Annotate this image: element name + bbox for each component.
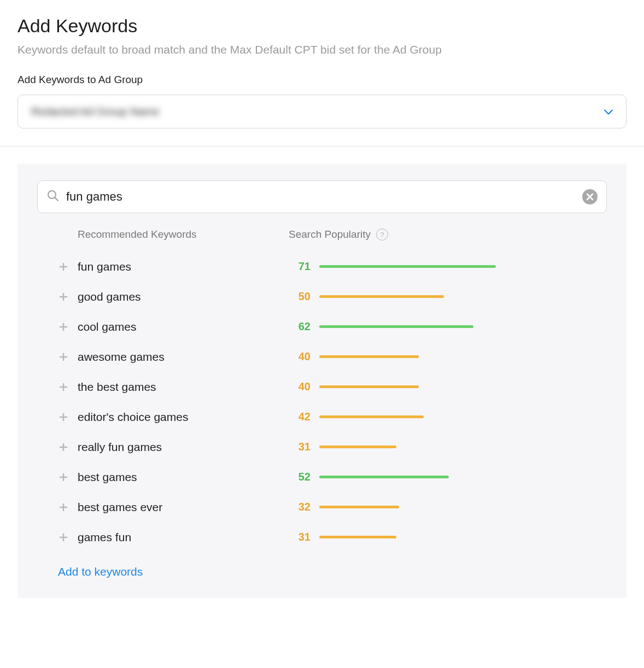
keyword-row: good games50 <box>37 282 607 312</box>
keyword-row: the best games40 <box>37 372 607 402</box>
popularity-bar <box>319 536 396 538</box>
plus-icon[interactable] <box>58 442 69 453</box>
column-headers: Recommended Keywords Search Popularity ? <box>37 228 607 251</box>
help-icon[interactable]: ? <box>376 228 388 241</box>
popularity-value: 62 <box>289 320 311 333</box>
divider <box>0 146 644 147</box>
search-input[interactable] <box>66 190 582 204</box>
keyword-label: games fun <box>78 531 131 544</box>
keyword-row: really fun games31 <box>37 432 607 462</box>
plus-icon[interactable] <box>58 532 69 543</box>
popularity-bar <box>319 385 419 388</box>
keyword-label: editor's choice games <box>78 411 188 424</box>
section-label: Add Keywords to Ad Group <box>17 74 627 86</box>
keyword-label: really fun games <box>78 441 162 454</box>
recommendations-panel: Recommended Keywords Search Popularity ?… <box>17 164 627 598</box>
popularity-bar <box>319 355 419 358</box>
popularity-value: 32 <box>289 501 311 513</box>
plus-icon[interactable] <box>58 502 69 513</box>
popularity-bar <box>319 295 444 298</box>
keyword-row: best games ever32 <box>37 492 607 522</box>
popularity-value: 71 <box>289 260 311 273</box>
dropdown-selected-value: Redacted Ad Group Name <box>31 106 160 118</box>
popularity-column-header: Search Popularity <box>289 228 371 241</box>
clear-search-button[interactable] <box>582 189 598 204</box>
page-subtitle: Keywords default to broad match and the … <box>17 43 627 56</box>
keywords-column-header: Recommended Keywords <box>78 228 197 240</box>
popularity-value: 40 <box>289 380 311 393</box>
chevron-down-icon <box>604 106 613 118</box>
plus-icon[interactable] <box>58 321 69 332</box>
plus-icon[interactable] <box>58 351 69 362</box>
popularity-value: 52 <box>289 471 311 483</box>
page-title: Add Keywords <box>17 15 627 37</box>
close-icon <box>586 193 594 201</box>
popularity-value: 50 <box>289 290 311 303</box>
plus-icon[interactable] <box>58 412 69 423</box>
popularity-bar <box>319 476 449 478</box>
keyword-row: awesome games40 <box>37 342 607 372</box>
keyword-label: awesome games <box>78 350 165 364</box>
search-icon <box>46 189 60 204</box>
keyword-list: fun games71good games50cool games62aweso… <box>37 251 607 552</box>
popularity-bar <box>319 446 396 448</box>
keyword-row: editor's choice games42 <box>37 402 607 432</box>
keyword-label: cool games <box>78 320 136 333</box>
plus-icon[interactable] <box>58 472 69 483</box>
svg-line-1 <box>55 198 58 201</box>
popularity-bar <box>319 415 424 418</box>
plus-icon[interactable] <box>58 261 69 272</box>
popularity-bar <box>319 325 473 328</box>
keyword-row: games fun31 <box>37 522 607 552</box>
popularity-bar <box>319 265 496 268</box>
keyword-row: cool games62 <box>37 312 607 342</box>
add-to-keywords-link[interactable]: Add to keywords <box>58 565 143 578</box>
popularity-value: 31 <box>289 531 311 543</box>
popularity-bar <box>319 506 399 508</box>
keyword-label: fun games <box>78 260 131 273</box>
keyword-label: good games <box>78 290 141 303</box>
ad-group-dropdown[interactable]: Redacted Ad Group Name <box>17 95 627 128</box>
keyword-row: fun games71 <box>37 251 607 282</box>
plus-icon[interactable] <box>58 291 69 302</box>
keyword-row: best games52 <box>37 462 607 492</box>
plus-icon[interactable] <box>58 382 69 392</box>
search-box[interactable] <box>37 180 607 213</box>
keyword-label: best games ever <box>78 501 162 514</box>
keyword-label: the best games <box>78 380 156 394</box>
popularity-value: 40 <box>289 350 311 363</box>
popularity-value: 31 <box>289 441 311 453</box>
keyword-label: best games <box>78 471 137 484</box>
popularity-value: 42 <box>289 411 311 423</box>
